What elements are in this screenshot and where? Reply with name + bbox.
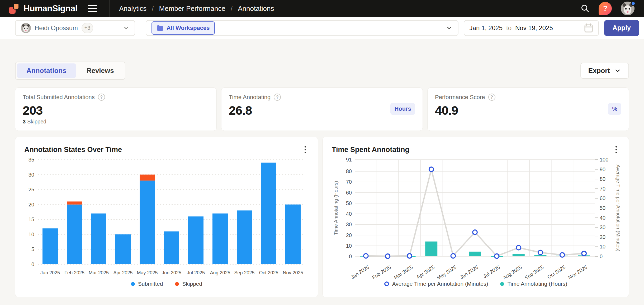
user-avatar[interactable] [621, 2, 634, 15]
date-to: Nov 19, 2025 [515, 24, 553, 32]
search-icon[interactable] [581, 4, 590, 13]
legend-item-skipped[interactable]: Skipped [175, 281, 202, 287]
avg-time-legend-ring [384, 281, 389, 286]
stat-card-time-annotating: Time Annotating ? 26.8 Hours [221, 87, 423, 131]
stat-value: 40.9 [435, 103, 621, 118]
svg-text:Sep 2025: Sep 2025 [234, 270, 254, 275]
tabs-row: Annotations Reviews Export [15, 62, 629, 80]
svg-text:Sep 2025: Sep 2025 [524, 264, 545, 279]
kebab-menu-icon[interactable] [302, 144, 309, 155]
tab-annotations[interactable]: Annotations [17, 63, 76, 78]
svg-text:Mar 2025: Mar 2025 [393, 264, 414, 279]
time-spent-chart: 0102030405060708091010203040506070809010… [332, 156, 620, 279]
help-tooltip-icon[interactable]: ? [488, 94, 495, 101]
breadcrumb-separator: / [152, 4, 154, 13]
member-select-dropdown[interactable]: Heidi Opossum +3 [15, 20, 135, 36]
stat-title: Total Submitted Annotations [23, 94, 95, 101]
svg-text:70: 70 [346, 179, 352, 185]
all-workspaces-label: All Workspaces [167, 25, 210, 31]
date-separator: to [506, 24, 512, 32]
svg-text:50: 50 [600, 205, 605, 211]
date-from: Jan 1, 2025 [470, 24, 503, 32]
svg-text:Jun 2025: Jun 2025 [162, 270, 181, 275]
filter-bar: Heidi Opossum +3 All Workspaces Jan 1, 2… [0, 17, 644, 39]
svg-text:25: 25 [29, 187, 34, 192]
svg-text:50: 50 [346, 200, 352, 206]
chart-title: Annotation States Over Time [24, 146, 122, 154]
time-annotating-legend-dot [500, 282, 504, 286]
breadcrumb-member-performance[interactable]: Member Performance [159, 4, 225, 13]
svg-text:0: 0 [349, 253, 352, 259]
legend-item-avg-time[interactable]: Average Time per Annotation (Minutes) [384, 281, 488, 287]
kebab-menu-icon[interactable] [613, 144, 620, 155]
svg-text:0: 0 [600, 253, 603, 259]
top-bar: HumanSignal Analytics / Member Performan… [0, 0, 644, 17]
svg-text:20: 20 [346, 232, 352, 238]
legend-label: Skipped [182, 281, 202, 287]
chevron-down-icon [123, 25, 129, 31]
help-icon[interactable]: ? [599, 2, 612, 15]
workspace-select-dropdown[interactable]: All Workspaces [146, 20, 458, 36]
legend-item-submitted[interactable]: Submitted [131, 281, 163, 287]
breadcrumb-annotations: Annotations [238, 4, 274, 13]
stat-value: 203 [23, 103, 209, 118]
svg-text:May 2025: May 2025 [137, 270, 158, 275]
main-content: Annotations Reviews Export Total Submitt… [0, 39, 644, 297]
help-tooltip-icon[interactable]: ? [274, 94, 281, 101]
svg-text:Feb 2025: Feb 2025 [64, 270, 84, 275]
skipped-label: Skipped [27, 119, 46, 124]
svg-text:40: 40 [346, 211, 352, 217]
hamburger-menu-icon[interactable] [87, 3, 98, 14]
svg-text:10: 10 [346, 243, 352, 249]
breadcrumb-separator: / [231, 4, 233, 13]
selected-member-name: Heidi Opossum [35, 24, 78, 32]
stat-footnote: 3Skipped [23, 119, 209, 125]
all-workspaces-chip[interactable]: All Workspaces [151, 21, 215, 35]
svg-text:90: 90 [600, 167, 605, 172]
svg-text:Oct 2025: Oct 2025 [259, 270, 278, 275]
svg-text:Aug 2025: Aug 2025 [210, 270, 230, 275]
export-button[interactable]: Export [580, 63, 629, 79]
help-tooltip-icon[interactable]: ? [98, 94, 105, 101]
stat-title: Performance Score [435, 94, 485, 101]
stat-value: 26.8 [229, 103, 415, 118]
tab-group: Annotations Reviews [15, 62, 125, 80]
chart-title: Time Spent Annotating [332, 146, 409, 154]
chart-legend: Submitted Skipped [24, 281, 309, 287]
submitted-legend-dot [131, 282, 135, 286]
svg-text:Nov 2025: Nov 2025 [567, 264, 588, 279]
svg-text:0: 0 [31, 261, 34, 267]
svg-text:30: 30 [346, 221, 352, 227]
svg-text:100: 100 [600, 157, 608, 163]
svg-text:Jan 2025: Jan 2025 [350, 264, 370, 279]
svg-text:80: 80 [346, 168, 352, 174]
stat-card-performance-score: Performance Score ? 40.9 % [427, 87, 629, 131]
breadcrumb-analytics[interactable]: Analytics [119, 4, 146, 13]
topbar-divider [109, 0, 110, 17]
online-status-dot [631, 1, 636, 6]
svg-text:Apr 2025: Apr 2025 [415, 264, 435, 279]
svg-text:40: 40 [600, 215, 605, 221]
annotation-states-chart-card: Annotation States Over Time 051015202530… [15, 137, 318, 297]
svg-text:35: 35 [29, 157, 34, 163]
svg-text:Time Annotating (Hours): Time Annotating (Hours) [333, 181, 339, 235]
svg-text:30: 30 [600, 224, 605, 230]
calendar-icon[interactable] [584, 23, 593, 33]
export-label: Export [588, 67, 610, 75]
humansignal-logo[interactable]: HumanSignal [9, 2, 77, 15]
svg-text:Jul 2025: Jul 2025 [482, 264, 501, 279]
date-range-picker[interactable]: Jan 1, 2025 to Nov 19, 2025 [464, 20, 599, 36]
additional-members-badge: +3 [82, 23, 93, 33]
legend-item-time-annotating[interactable]: Time Annotating (Hours) [500, 281, 567, 287]
chevron-down-icon [614, 67, 621, 74]
svg-text:60: 60 [600, 195, 605, 201]
apply-button[interactable]: Apply [604, 20, 639, 36]
svg-text:Nov 2025: Nov 2025 [283, 270, 303, 275]
unit-badge-hours: Hours [390, 103, 415, 115]
svg-text:Average Time per Annotation (M: Average Time per Annotation (Minutes) [615, 164, 620, 251]
humansignal-logo-icon [9, 2, 20, 15]
stat-cards-row: Total Submitted Annotations ? 203 3Skipp… [15, 87, 629, 131]
svg-text:Mar 2025: Mar 2025 [89, 270, 109, 275]
tab-reviews[interactable]: Reviews [77, 63, 124, 78]
member-avatar [21, 23, 31, 33]
